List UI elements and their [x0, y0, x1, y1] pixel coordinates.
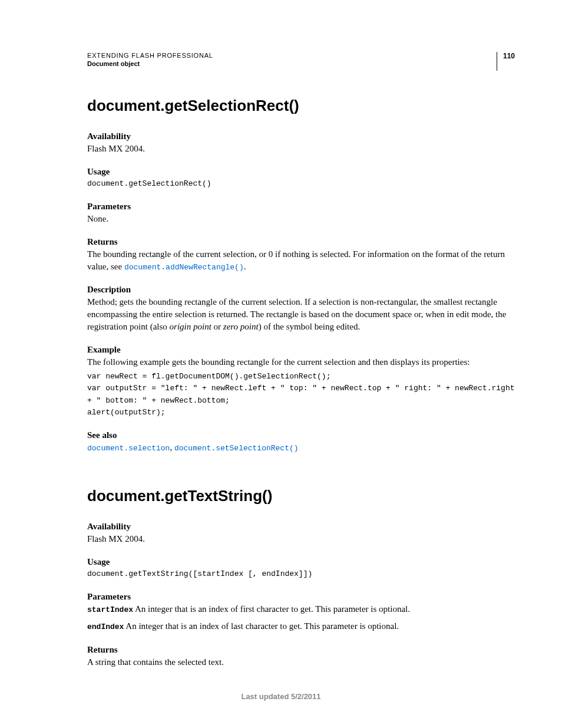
page-number-wrap: 110: [497, 52, 515, 71]
description-heading: Description: [87, 285, 515, 295]
availability-text-2: Flash MX 2004.: [87, 533, 515, 545]
method-title-gettextstring: document.getTextString(): [87, 487, 515, 505]
param-startindex: startIndex An integer that is an index o…: [87, 603, 515, 615]
param-startindex-text: An integer that is an index of first cha…: [133, 604, 410, 614]
parameters-heading-2: Parameters: [87, 592, 515, 602]
example-code: var newRect = fl.getDocumentDOM().getSel…: [87, 371, 515, 419]
method-title-getselectionrect: document.getSelectionRect(): [87, 97, 515, 115]
parameters-heading: Parameters: [87, 202, 515, 212]
availability-heading-2: Availability: [87, 522, 515, 532]
param-endindex-text: An integer that is an index of last char…: [124, 621, 399, 631]
example-heading: Example: [87, 345, 515, 355]
header-subtitle: Document object: [87, 60, 213, 67]
example-text: The following example gets the bounding …: [87, 356, 515, 368]
param-endindex: endIndex An integer that is an index of …: [87, 620, 515, 633]
usage-heading-2: Usage: [87, 557, 515, 567]
usage-heading: Usage: [87, 167, 515, 177]
param-endindex-name: endIndex: [87, 622, 124, 631]
desc-part2: or: [211, 322, 223, 331]
usage-code-2: document.getTextString([startIndex [, en…: [87, 568, 515, 580]
seealso-text: document.selection, document.setSelectio…: [87, 442, 515, 454]
page-number: 110: [503, 52, 515, 71]
availability-text: Flash MX 2004.: [87, 143, 515, 155]
link-document-selection[interactable]: document.selection: [87, 444, 170, 453]
header-left: EXTENDING FLASH PROFESSIONAL Document ob…: [87, 52, 213, 67]
page-content: EXTENDING FLASH PROFESSIONAL Document ob…: [0, 0, 562, 706]
seealso-heading: See also: [87, 430, 515, 440]
header-title: EXTENDING FLASH PROFESSIONAL: [87, 52, 213, 59]
link-addnewrectangle[interactable]: document.addNewRectangle(): [124, 263, 244, 272]
link-document-setselectionrect[interactable]: document.setSelectionRect(): [174, 444, 299, 453]
returns-text-2: A string that contains the selected text…: [87, 656, 515, 668]
desc-italic2: zero point: [223, 322, 259, 331]
desc-italic1: origin point: [170, 322, 211, 331]
page-header: EXTENDING FLASH PROFESSIONAL Document ob…: [87, 52, 515, 71]
footer-updated: Last updated 5/2/2011: [0, 692, 562, 701]
usage-code: document.getSelectionRect(): [87, 178, 515, 190]
returns-text: The bounding rectangle of the current se…: [87, 248, 515, 273]
returns-text-2: .: [244, 262, 246, 271]
returns-heading: Returns: [87, 237, 515, 247]
desc-part3: ) of the symbol being edited.: [259, 322, 360, 331]
param-startindex-name: startIndex: [87, 605, 133, 614]
availability-heading: Availability: [87, 131, 515, 141]
returns-heading-2: Returns: [87, 645, 515, 655]
seealso-sep: ,: [170, 443, 174, 452]
page-number-divider: [497, 52, 497, 71]
description-text: Method; gets the bounding rectangle of t…: [87, 296, 515, 333]
parameters-text: None.: [87, 213, 515, 225]
